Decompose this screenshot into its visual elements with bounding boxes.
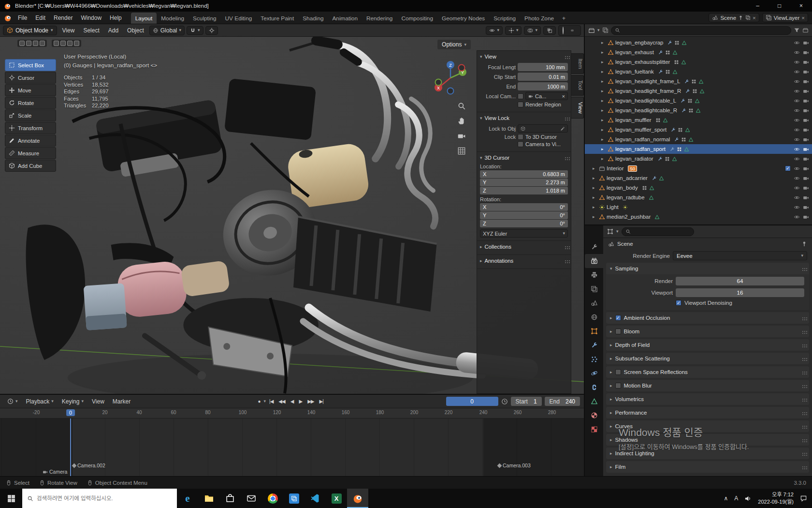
show-gizmo-dropdown[interactable]: ▾ [505, 26, 522, 35]
hide-eye-icon[interactable] [794, 59, 800, 65]
outliner-item[interactable]: ▸legvan_headlight_frame_L [585, 76, 812, 86]
disable-render-icon[interactable] [803, 146, 809, 152]
end-frame-field[interactable]: End240 [545, 397, 580, 406]
outliner-editor-icon[interactable] [588, 27, 595, 34]
show-overlays-dropdown[interactable]: ▾ [524, 26, 541, 35]
snap-option-1[interactable] [54, 41, 59, 46]
section-header[interactable]: ▸Indirect Lighting [606, 448, 809, 459]
tab-constraint-properties[interactable] [585, 380, 603, 394]
scene-selector[interactable]: Scene × [709, 13, 759, 22]
tab-material-properties[interactable] [585, 408, 603, 422]
tab-view[interactable]: View [571, 97, 584, 119]
object-types-visibility-dropdown[interactable]: ▾ [486, 26, 503, 35]
properties-editor-icon[interactable] [607, 228, 613, 235]
jump-to-end-button[interactable]: ▶| [318, 398, 325, 405]
expand-arrow-icon[interactable]: ▸ [601, 108, 606, 113]
tool-add-cube[interactable]: Add Cube [5, 160, 56, 172]
hide-eye-icon[interactable] [794, 107, 800, 114]
tab-world-properties[interactable] [585, 310, 603, 324]
tab-object-data-properties[interactable] [585, 394, 603, 408]
prev-keyframe-button[interactable]: ◀◀ [276, 398, 287, 405]
disable-render-icon[interactable] [803, 185, 809, 191]
render-engine-dropdown[interactable]: Eevee▾ [673, 251, 807, 260]
tool-select-box[interactable]: Select Box [5, 59, 56, 71]
clip-start-field[interactable]: 0.01 m [518, 73, 568, 81]
checkbox[interactable] [615, 369, 621, 375]
snap-option-3[interactable] [67, 41, 72, 46]
blender-logo-icon[interactable] [4, 14, 12, 22]
lock-object-field[interactable] [518, 124, 568, 133]
view-section-header[interactable]: ▾View [480, 53, 568, 61]
menu-add[interactable]: Add [105, 26, 122, 35]
hide-eye-icon[interactable] [794, 214, 800, 220]
viewport-samples-field[interactable]: 16 [676, 288, 804, 297]
hide-eye-icon[interactable] [794, 136, 800, 143]
record-button[interactable]: ● [256, 398, 262, 405]
tool-rotate[interactable]: Rotate [5, 97, 56, 109]
start-frame-field[interactable]: Start1 [511, 397, 542, 406]
section-header[interactable]: ▸Bloom [606, 326, 809, 337]
expand-arrow-icon[interactable]: ▸ [593, 176, 597, 180]
menu-object[interactable]: Object [124, 26, 147, 35]
hide-eye-icon[interactable] [794, 194, 800, 201]
taskbar-app-chrome[interactable] [262, 489, 283, 508]
checkbox[interactable] [615, 329, 621, 334]
tab-render-properties[interactable] [585, 254, 603, 268]
cursor-x-field[interactable]: X0.6803 m [480, 170, 568, 178]
hide-eye-icon[interactable] [794, 49, 800, 56]
workspace-tab-shading[interactable]: Shading [298, 13, 328, 24]
section-header[interactable]: ▸Screen Space Reflections [606, 366, 809, 378]
pin-icon[interactable] [738, 15, 743, 20]
hide-eye-icon[interactable] [794, 185, 800, 191]
tool-scale[interactable]: Scale [5, 109, 56, 121]
focal-length-field[interactable]: 100 mm [518, 63, 568, 71]
local-camera-checkbox[interactable] [518, 93, 523, 99]
camera-to-view-checkbox[interactable] [518, 141, 523, 147]
disable-render-icon[interactable] [803, 136, 809, 143]
viewport-denoising-checkbox[interactable]: ✓ [676, 300, 682, 306]
outliner-item-selected[interactable]: ▸legvan_radfan_sport [585, 144, 812, 154]
menu-playback[interactable]: Playback▾ [23, 397, 57, 406]
pin-icon[interactable] [801, 241, 807, 247]
workspace-tab-sculpting[interactable]: Sculpting [188, 13, 221, 24]
outliner-item[interactable]: ▸legvan_radfan_normal [585, 134, 812, 144]
outliner-item[interactable]: ▸legvan_exhaustsplitter [585, 57, 812, 67]
expand-arrow-icon[interactable]: ▸ [601, 79, 606, 84]
expand-arrow-icon[interactable]: ▸ [601, 156, 606, 161]
expand-arrow-icon[interactable]: ▸ [593, 185, 597, 190]
xray-toggle[interactable] [543, 26, 556, 35]
outliner-search[interactable] [611, 26, 791, 35]
section-header[interactable]: ▸Depth of Field [606, 339, 809, 351]
unlink-viewlayer-icon[interactable]: × [801, 15, 805, 21]
hide-eye-icon[interactable] [794, 127, 800, 133]
disable-render-icon[interactable] [803, 98, 809, 104]
outliner-item[interactable]: ▸legvan_radiator [585, 154, 812, 164]
camera-view-icon[interactable] [457, 132, 466, 140]
taskbar-app-blender[interactable] [347, 489, 368, 508]
tab-object-properties[interactable] [585, 324, 603, 338]
menu-marker[interactable]: Marker [109, 397, 134, 406]
clip-end-field[interactable]: 1000 m [518, 82, 568, 90]
menu-edit[interactable]: Edit [31, 13, 49, 23]
expand-arrow-icon[interactable]: ▸ [593, 205, 597, 209]
current-frame-field[interactable]: 0 [446, 397, 498, 406]
navigation-gizmo[interactable]: Z Y X [432, 58, 469, 97]
section-header[interactable]: ▸Shadows [606, 434, 809, 446]
disable-render-icon[interactable] [803, 165, 809, 172]
play-button[interactable]: ▶ [297, 398, 304, 405]
3d-cursor-header[interactable]: ▾3D Cursor [480, 154, 568, 163]
workspace-tab-rendering[interactable]: Rendering [362, 13, 397, 24]
tab-modifier-properties[interactable] [585, 338, 603, 352]
expand-arrow-icon[interactable]: ▸ [601, 98, 606, 103]
cursor-rz-field[interactable]: Z0° [480, 220, 568, 227]
marker-camera[interactable]: Camera [43, 469, 67, 475]
taskbar-app-mail[interactable] [241, 489, 262, 508]
timeline-body[interactable]: -20 0 20 40 60 80 100 120 140 160 180 20… [0, 408, 584, 476]
workspace-tab-texture-paint[interactable]: Texture Paint [256, 13, 298, 24]
timeline-ruler[interactable]: -20 0 20 40 60 80 100 120 140 160 180 20… [0, 408, 584, 418]
view-lock-header[interactable]: ▾View Lock [480, 114, 568, 123]
tray-expand-chevron[interactable]: ∧ [724, 495, 728, 502]
render-region-checkbox[interactable] [518, 102, 523, 107]
taskbar-app-explorer[interactable] [198, 489, 219, 508]
start-button[interactable] [0, 489, 22, 508]
